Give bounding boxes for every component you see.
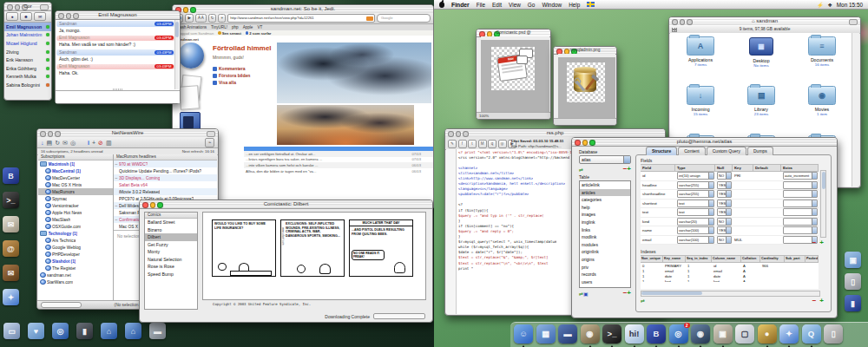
editor-toolbar-button[interactable]: ✎ bbox=[448, 140, 457, 148]
field-row[interactable]: shortheadline varchar(255) YES bbox=[641, 190, 819, 200]
desktop-volume-icon[interactable]: ▬ bbox=[149, 323, 166, 339]
subscription-row[interactable]: OSXGuide.com bbox=[38, 223, 113, 230]
article-link[interactable]: Visa alla bbox=[213, 79, 250, 86]
table-row[interactable]: articlelink bbox=[580, 181, 630, 189]
sunset-photo[interactable] bbox=[277, 105, 414, 145]
dock-item[interactable]: ◎ 2 bbox=[669, 324, 689, 346]
subscription-row[interactable]: Slashdot (1) bbox=[38, 258, 113, 265]
db-tab[interactable]: Custom Query bbox=[707, 147, 746, 155]
dock-item[interactable]: ✦ bbox=[779, 324, 799, 346]
table-row[interactable]: origins bbox=[580, 256, 630, 264]
buddy-row[interactable]: Johan Malmström bbox=[4, 31, 51, 40]
add-index-button[interactable]: + bbox=[819, 298, 824, 304]
bookmark-item[interactable]: VT bbox=[257, 25, 262, 29]
headline-row[interactable]: Quicktime Update Pending... iTunes? iPod… bbox=[114, 167, 217, 174]
wrench-icon[interactable]: ⌁ bbox=[205, 138, 214, 147]
desktop-app-icon[interactable]: ✉ bbox=[3, 216, 19, 232]
menu-item[interactable]: File bbox=[477, 2, 485, 8]
site-link[interactable]: Sen senast bbox=[218, 31, 241, 36]
collapse-widget[interactable] bbox=[40, 4, 49, 10]
toolbar-button[interactable]: + bbox=[92, 139, 95, 147]
type-dropdown[interactable]: text bbox=[677, 208, 714, 216]
type-dropdown[interactable]: varchar(255) bbox=[677, 190, 714, 198]
table-row[interactable]: categories bbox=[580, 196, 630, 204]
airport-icon[interactable]: ❖ bbox=[827, 2, 832, 8]
subscription-row[interactable]: sandman.net bbox=[38, 272, 113, 278]
desktop-volume-icon[interactable]: ⌂ bbox=[125, 323, 141, 339]
desktop-volume-icon[interactable]: ▭ bbox=[3, 323, 20, 339]
message-input[interactable] bbox=[56, 90, 180, 103]
article-link[interactable]: Förstora bilden bbox=[213, 72, 250, 79]
dock-item[interactable]: ▦ bbox=[536, 324, 556, 346]
menu-item[interactable]: Edit bbox=[492, 2, 502, 8]
subscription-row[interactable]: Google Weblog bbox=[38, 244, 113, 251]
null-dropdown[interactable]: YES bbox=[717, 181, 732, 189]
desktop-app-icon[interactable]: ✦ bbox=[3, 289, 19, 305]
type-dropdown[interactable]: varchar(100) bbox=[677, 226, 714, 234]
menu-item[interactable]: View bbox=[509, 2, 521, 8]
subscription-row[interactable]: MacDevCenter bbox=[38, 174, 113, 181]
close-button[interactable] bbox=[40, 131, 46, 137]
fields-column-header[interactable]: Default bbox=[753, 164, 781, 172]
editor-toolbar-button[interactable]: f bbox=[458, 140, 467, 148]
close-button[interactable] bbox=[7, 4, 13, 10]
menu-clock[interactable]: Mon 15:50 bbox=[837, 2, 863, 8]
subscription-row[interactable]: MacSlash bbox=[38, 216, 113, 223]
google-search-field[interactable]: Google bbox=[377, 14, 431, 23]
address-field[interactable]: http://www.sandman.net/archive/view.php?… bbox=[227, 14, 375, 23]
desktop-icon[interactable]: ▮ bbox=[845, 295, 861, 311]
buddy-titlebar[interactable]: Cor bbox=[4, 3, 51, 11]
dock-item[interactable]: ☺ bbox=[514, 324, 534, 346]
comic-list-item[interactable]: Monty bbox=[145, 248, 197, 256]
fields-column-header[interactable]: Extra bbox=[781, 164, 819, 172]
toolbar-button[interactable]: ◎ bbox=[70, 139, 76, 147]
table-row[interactable]: originlink bbox=[580, 248, 630, 256]
desktop-volume-icon[interactable]: ◎ bbox=[52, 323, 69, 339]
subscription-row[interactable]: Versiontracker bbox=[38, 202, 113, 209]
field-row[interactable]: headline varchar(255) YES bbox=[641, 181, 819, 191]
close-button[interactable] bbox=[448, 131, 454, 137]
null-dropdown[interactable]: YES bbox=[717, 200, 732, 207]
extra-dropdown[interactable]: auto_increment bbox=[783, 172, 818, 180]
indexes-column-header[interactable]: Seq_in_index bbox=[686, 255, 712, 263]
desktop-app-icon[interactable]: @ bbox=[3, 240, 19, 257]
remove-index-button[interactable]: − bbox=[812, 298, 817, 304]
comment-row[interactable]: ...en ser verkligen förtrollad ut. Önska… bbox=[244, 151, 433, 157]
subscription-row[interactable]: Spymac bbox=[38, 195, 113, 202]
fields-column-header[interactable]: Key bbox=[733, 164, 753, 172]
view-widget-icon[interactable] bbox=[672, 28, 677, 32]
table-row[interactable]: imglink bbox=[580, 219, 630, 226]
indexes-hscrollbar[interactable] bbox=[641, 291, 820, 297]
type-dropdown[interactable]: int(10) unsign bbox=[677, 172, 714, 180]
field-row[interactable]: name varchar(100) YES bbox=[641, 226, 819, 236]
field-row[interactable]: text text YES bbox=[641, 208, 819, 218]
null-dropdown[interactable]: NO bbox=[717, 236, 732, 244]
buddy-toolbar-button[interactable]: ☻ bbox=[20, 12, 32, 21]
headline-row[interactable]: Safari Beta v64 bbox=[114, 181, 217, 188]
bookmark-item[interactable]: Flash Animations bbox=[176, 25, 207, 29]
comic-list-item[interactable]: Natural Selection bbox=[145, 256, 197, 264]
table-row[interactable]: modules bbox=[580, 241, 630, 249]
desktop-icon[interactable]: ▯ bbox=[845, 273, 861, 290]
desktop-volume-icon[interactable]: ⌂ bbox=[101, 323, 117, 339]
editor-toolbar-button[interactable]: M bbox=[478, 140, 487, 148]
text-size-button[interactable]: A A bbox=[195, 14, 207, 23]
add-bookmark-button[interactable]: + bbox=[218, 14, 226, 23]
indexes-column-header[interactable]: Packed bbox=[806, 255, 819, 263]
folder-item[interactable]: ◉ Movies 1 item bbox=[792, 86, 852, 135]
subscription-row[interactable]: ▾ Technology (1) bbox=[38, 230, 113, 237]
extra-dropdown[interactable] bbox=[783, 226, 818, 234]
chat-scrollbar[interactable] bbox=[174, 20, 180, 89]
finder-scrollbar[interactable] bbox=[852, 33, 859, 187]
add-table-button[interactable]: + bbox=[627, 167, 631, 172]
indexes-column-header[interactable]: Key_name bbox=[663, 255, 686, 263]
cloud-photo[interactable] bbox=[277, 43, 431, 103]
copy-button[interactable]: ▣ bbox=[583, 291, 589, 297]
table-row[interactable]: articles bbox=[580, 189, 630, 197]
db-tab[interactable]: Dumps bbox=[747, 147, 773, 155]
toolbar-button[interactable]: ↻ bbox=[55, 139, 60, 147]
subscription-row[interactable]: PHPDeveloper bbox=[38, 251, 113, 258]
toolbar-widget[interactable] bbox=[849, 19, 858, 25]
extra-dropdown[interactable] bbox=[783, 208, 818, 216]
bookmark-item[interactable]: Apple bbox=[243, 25, 253, 29]
